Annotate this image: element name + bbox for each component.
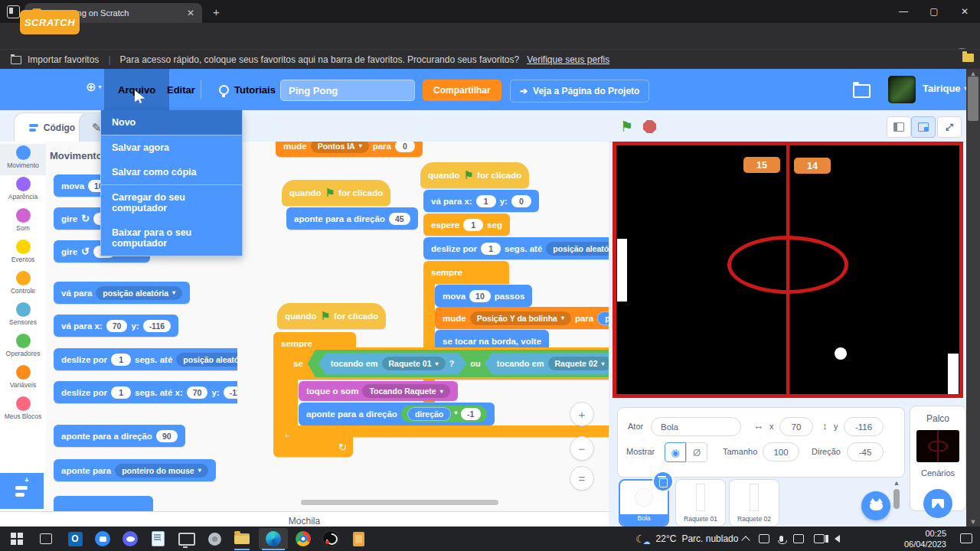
- category-sensores[interactable]: Sensores: [0, 301, 46, 332]
- block-partial[interactable]: [54, 496, 153, 511]
- stage[interactable]: 15 14: [612, 142, 963, 398]
- taskbar-speaker-app[interactable]: [202, 527, 227, 551]
- volume-icon[interactable]: [835, 535, 840, 543]
- menu-item-baixar[interactable]: Baixar para o seu computador: [101, 220, 242, 256]
- start-button[interactable]: [5, 527, 29, 551]
- script-aponte-direcao-invertida[interactable]: aponte para a direçãodireção*-1: [299, 403, 495, 425]
- script-hat-quando-clicado-2[interactable]: quando⚑for clicado: [420, 162, 529, 188]
- script-horizontal-scrollbar[interactable]: [301, 500, 498, 505]
- taskbar-outlook[interactable]: O: [63, 527, 87, 551]
- stage-panel[interactable]: Palco Cenários: [910, 406, 966, 511]
- x-input[interactable]: 70: [779, 417, 813, 436]
- hidden-icons-chevron[interactable]: [741, 536, 750, 544]
- menu-tutoriais[interactable]: Tutoriais: [205, 69, 289, 110]
- taskbar-monitor[interactable]: [175, 527, 199, 551]
- taskbar-edge[interactable]: [259, 527, 288, 551]
- taskbar-zoom[interactable]: [90, 527, 115, 551]
- verify-profiles-link[interactable]: Verifique seus perfis: [527, 54, 609, 65]
- other-favorites-folder-icon[interactable]: [962, 54, 974, 62]
- menu-item-novo[interactable]: Novo: [101, 110, 242, 135]
- sprite-name-input[interactable]: Bola: [651, 417, 741, 436]
- direcao-input[interactable]: -45: [847, 442, 884, 461]
- score-watcher-left[interactable]: 15: [743, 157, 780, 173]
- taskbar-weather[interactable]: ☾ ☁ 22°C Parc. nublado: [635, 527, 738, 551]
- menu-item-carregar[interactable]: Carregar do seu computador: [101, 185, 242, 220]
- close-button[interactable]: ✕: [949, 0, 980, 23]
- zoom-out-button[interactable]: −: [570, 436, 594, 461]
- add-sprite-button[interactable]: [861, 491, 890, 520]
- category-operadores[interactable]: Operadores: [0, 332, 46, 364]
- normal-stage-button[interactable]: [911, 116, 936, 138]
- category-controle[interactable]: Controle: [0, 269, 46, 301]
- show-sprite-button[interactable]: ◉: [665, 442, 686, 462]
- scrollbar-down-icon[interactable]: ▼: [966, 518, 980, 526]
- script-hat-quando-clicado-3[interactable]: quando⚑for clicado: [277, 303, 386, 329]
- notification-center-icon[interactable]: [960, 533, 972, 543]
- taskbar-obs[interactable]: [318, 527, 343, 551]
- minimize-button[interactable]: —: [888, 0, 919, 23]
- script-hat-quando-clicado[interactable]: quando⚑for clicado: [282, 180, 390, 206]
- zoom-in-button[interactable]: +: [570, 402, 594, 426]
- menu-item-salvar-agora[interactable]: Salvar agora: [101, 135, 242, 160]
- taskbar-chrome[interactable]: [291, 527, 315, 551]
- block-aponte-mouse[interactable]: aponte paraponteiro do mouse: [54, 459, 216, 481]
- category-eventos[interactable]: Eventos: [0, 238, 46, 269]
- category-som[interactable]: Som: [0, 207, 46, 238]
- project-name-input[interactable]: Ping Pong: [280, 80, 415, 101]
- fullscreen-button[interactable]: ⤢: [937, 116, 962, 138]
- import-favorites-label[interactable]: Importar favoritos: [28, 54, 99, 65]
- script-sempre-loop[interactable]: sempre: [423, 261, 509, 284]
- task-view-button[interactable]: [34, 527, 58, 551]
- add-backdrop-button[interactable]: [923, 489, 952, 518]
- taskbar-clock[interactable]: 00:25 06/04/2023: [880, 528, 946, 549]
- score-watcher-right[interactable]: 14: [794, 158, 831, 174]
- sprite-card-raquete-02[interactable]: Raquete 02: [729, 479, 779, 527]
- tab-workspaces-icon[interactable]: [7, 5, 20, 18]
- tamanho-input[interactable]: 100: [763, 442, 799, 461]
- taskbar-explorer[interactable]: [230, 527, 254, 551]
- scroll-up-arrow[interactable]: ▲: [893, 479, 900, 487]
- block-va-para-xy[interactable]: vá para x:70y:-116: [54, 315, 178, 337]
- block-deslize-xy[interactable]: deslize por1segs. até x:70y:-116: [54, 381, 238, 403]
- taskbar-discord[interactable]: [118, 527, 142, 551]
- small-stage-button[interactable]: [887, 116, 911, 138]
- taskbar-orange-app[interactable]: [346, 527, 371, 551]
- category-meus-blocos[interactable]: Meus Blocos: [0, 395, 46, 426]
- tab-close-icon[interactable]: ✕: [187, 8, 194, 18]
- microphone-icon[interactable]: [779, 536, 783, 542]
- backdrop-thumbnail[interactable]: [916, 430, 959, 462]
- account-menu[interactable]: Tairique▾: [923, 83, 968, 94]
- green-flag-button[interactable]: ⚑: [620, 118, 633, 135]
- block-deslize-aleatoria[interactable]: deslize por1segs. atéposição aleatória: [54, 348, 238, 370]
- script-area[interactable]: mudePontos IApara0 quando⚑for clicado ap…: [237, 142, 609, 511]
- delete-sprite-button[interactable]: [652, 471, 674, 492]
- sprite-raquete-02[interactable]: [948, 354, 959, 394]
- tray-device-icon[interactable]: [759, 534, 769, 543]
- tray-pen-icon[interactable]: [793, 534, 804, 543]
- page-scrollbar[interactable]: ▲ ▼: [966, 69, 980, 527]
- block-va-para[interactable]: vá paraposição aleatória: [54, 282, 190, 304]
- script-mova-10[interactable]: mova10passos: [435, 285, 532, 307]
- script-mude-pontos-ia[interactable]: mudePontos IApara0: [276, 142, 423, 157]
- script-toque-o-som[interactable]: toque o somTocando Raquete: [299, 381, 458, 401]
- script-espere-1-seg[interactable]: espere1seg: [423, 214, 510, 236]
- category-variaveis[interactable]: Variáveis: [0, 364, 46, 395]
- script-deslize-aleatoria[interactable]: deslize por1segs. atéposição aleatória: [423, 237, 609, 259]
- maximize-button[interactable]: ▢: [919, 0, 949, 23]
- user-avatar[interactable]: [888, 76, 916, 103]
- hide-sprite-button[interactable]: Ø: [686, 442, 707, 462]
- add-extension-button[interactable]: [0, 473, 44, 509]
- category-aparencia[interactable]: Aparência: [0, 175, 46, 207]
- scratch-logo[interactable]: SCRATCH: [20, 10, 80, 34]
- project-page-button[interactable]: ➔ Veja a Página do Projeto: [510, 80, 649, 103]
- y-input[interactable]: -116: [844, 417, 884, 436]
- sprite-bola[interactable]: [835, 347, 847, 360]
- sprite-card-raquete-01[interactable]: Raquete 01: [675, 479, 726, 527]
- zoom-reset-button[interactable]: =: [570, 466, 594, 491]
- script-se-entao[interactable]: setocando emRaquete 01?outocando emRaque…: [286, 347, 609, 380]
- new-tab-button[interactable]: +: [213, 5, 220, 18]
- network-icon[interactable]: [814, 534, 825, 543]
- backpack-bar[interactable]: Mochila: [0, 511, 609, 527]
- sprite-raquete-01[interactable]: [617, 239, 627, 302]
- sprite-list-scrollbar[interactable]: ▲: [893, 479, 900, 523]
